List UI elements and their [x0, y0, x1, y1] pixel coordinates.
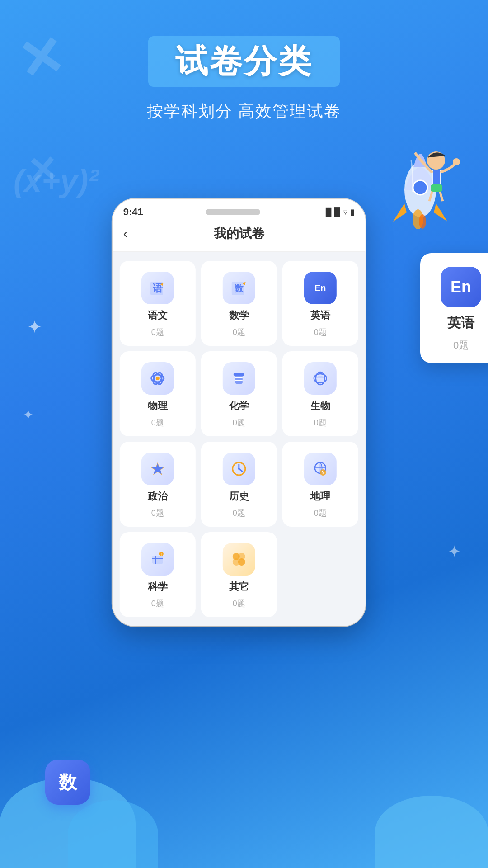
subject-count-shengwu: 0题 [314, 417, 327, 428]
bottom-float-icon-label: 数 [59, 770, 77, 795]
svg-point-1 [413, 180, 427, 195]
subject-card-shengwu[interactable]: 生物0题 [282, 351, 358, 436]
phone-mockup: 9:41 ▐▌▉ ▿ ▮ ‹ 我的试卷 语语文0题数数学0题En英语0题物理0题… [113, 199, 366, 626]
svg-point-17 [156, 377, 160, 380]
svg-text:数: 数 [234, 283, 244, 293]
app-title: 我的试卷 [214, 225, 264, 242]
subject-icon-yingyu: En [304, 272, 337, 304]
subject-count-zhengzhi: 0题 [151, 508, 164, 519]
float-english-count: 0题 [453, 339, 469, 352]
subject-name-shuxue: 数学 [229, 309, 249, 322]
subject-card-kexue[interactable]: !科学0题 [120, 532, 196, 617]
subject-card-yuwen[interactable]: 语语文0题 [120, 261, 196, 346]
subject-icon-lishi [223, 453, 255, 485]
subject-name-wuli: 物理 [148, 399, 168, 413]
subject-card-zhengzhi[interactable]: 政治0题 [120, 442, 196, 527]
subject-count-yingyu: 0题 [314, 327, 327, 338]
subject-grid-container: 语语文0题数数学0题En英语0题物理0题化学0题生物0题政治0题历史0题N地理0… [113, 252, 366, 626]
battery-icon: ▮ [350, 207, 355, 217]
subject-name-huaxue: 化学 [229, 399, 249, 413]
deco-sparkle1: ✦ [27, 316, 42, 337]
status-icons: ▐▌▉ ▿ ▮ [323, 207, 355, 217]
wifi-icon: ▿ [343, 207, 347, 217]
app-header: ‹ 我的试卷 [113, 218, 366, 252]
subject-count-shuxue: 0题 [233, 327, 245, 338]
deco-sparkle2: ✦ [23, 407, 34, 423]
deco-cloud2 [68, 800, 158, 868]
subject-icon-dili: N [304, 453, 337, 485]
subject-card-shuxue[interactable]: 数数学0题 [201, 261, 277, 346]
bottom-float-button[interactable]: 数 [45, 760, 90, 805]
svg-point-27 [238, 468, 240, 470]
subject-card-dili[interactable]: N地理0题 [282, 442, 358, 527]
subject-card-qita[interactable]: 其它0题 [201, 532, 277, 617]
title-banner: 试卷分类 [148, 36, 340, 87]
subject-name-shengwu: 生物 [310, 399, 330, 413]
svg-rect-6 [433, 170, 440, 185]
deco-sparkle3: ✦ [448, 542, 461, 561]
subject-name-dili: 地理 [310, 490, 330, 503]
svg-rect-19 [234, 373, 244, 376]
subject-card-wuli[interactable]: 物理0题 [120, 351, 196, 436]
subject-count-yuwen: 0题 [151, 327, 164, 338]
deco-cloud3 [375, 796, 488, 868]
subject-name-yuwen: 语文 [148, 309, 168, 322]
page-title: 试卷分类 [175, 40, 313, 83]
subject-name-kexue: 科学 [148, 580, 168, 594]
subject-icon-shengwu [304, 362, 337, 395]
subject-icon-huaxue [223, 362, 255, 395]
subject-card-lishi[interactable]: 历史0题 [201, 442, 277, 527]
subject-count-lishi: 0题 [233, 508, 245, 519]
subject-name-lishi: 历史 [229, 490, 249, 503]
subject-icon-qita [223, 543, 255, 576]
subject-name-qita: 其它 [229, 580, 249, 594]
signal-icon: ▐▌▉ [323, 207, 341, 217]
deco-x2: ✕ [25, 148, 59, 192]
subject-grid: 语语文0题数数学0题En英语0题物理0题化学0题生物0题政治0题历史0题N地理0… [120, 261, 358, 617]
float-english-name: 英语 [447, 314, 474, 332]
subject-count-huaxue: 0题 [233, 417, 245, 428]
subject-icon-kexue: ! [141, 543, 174, 576]
svg-rect-31 [152, 556, 163, 564]
subject-name-yingyu: 英语 [310, 309, 330, 322]
svg-point-3 [419, 214, 426, 229]
subject-count-wuli: 0题 [151, 417, 164, 428]
phone-frame: 9:41 ▐▌▉ ▿ ▮ ‹ 我的试卷 语语文0题数数学0题En英语0题物理0题… [113, 199, 366, 626]
subject-icon-shuxue: 数 [223, 272, 255, 304]
svg-text:N: N [321, 470, 324, 475]
back-button[interactable]: ‹ [123, 226, 127, 241]
svg-point-7 [453, 158, 460, 165]
floating-english-card[interactable]: En 英语 0题 [420, 253, 488, 363]
subject-card-yingyu[interactable]: En英语0题 [282, 261, 358, 346]
svg-rect-8 [431, 184, 442, 192]
rocket-decoration [348, 72, 474, 253]
subject-count-kexue: 0题 [151, 598, 164, 609]
status-time: 9:41 [123, 206, 143, 218]
svg-point-40 [238, 558, 245, 566]
subject-icon-zhengzhi [141, 453, 174, 485]
subject-icon-wuli [141, 362, 174, 395]
notch [206, 209, 260, 215]
subject-icon-yuwen: 语 [141, 272, 174, 304]
subject-name-zhengzhi: 政治 [148, 490, 168, 503]
status-bar: 9:41 ▐▌▉ ▿ ▮ [113, 199, 366, 218]
svg-text:En: En [314, 283, 326, 293]
deco-formula: (x+y)² [14, 163, 99, 199]
subject-count-dili: 0题 [314, 508, 327, 519]
subject-count-qita: 0题 [233, 598, 245, 609]
float-english-icon: En [441, 267, 481, 307]
subject-card-huaxue[interactable]: 化学0题 [201, 351, 277, 436]
svg-text:!: ! [160, 552, 162, 557]
